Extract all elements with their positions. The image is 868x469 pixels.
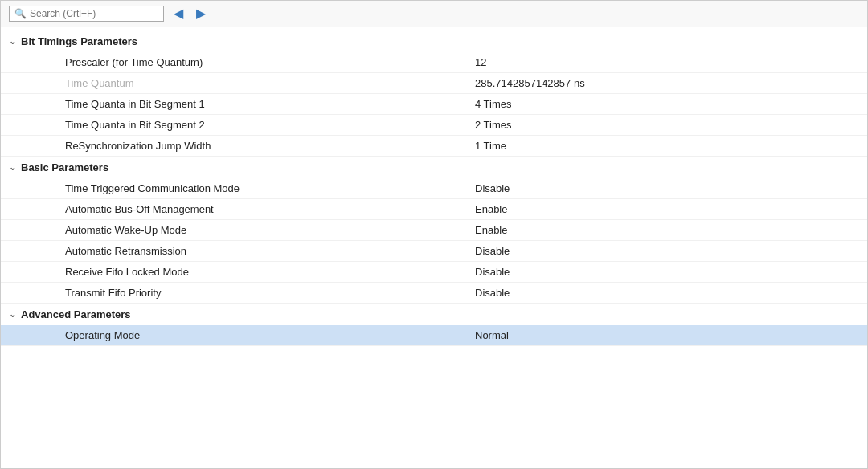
param-value-basic-params-1: Enable bbox=[467, 203, 867, 215]
section-header-bit-timings[interactable]: ⌄ Bit Timings Parameters bbox=[1, 31, 867, 52]
chevron-advanced-params-icon: ⌄ bbox=[9, 309, 16, 320]
param-row-bit-timings-2[interactable]: Time Quanta in Bit Segment 14 Times bbox=[1, 94, 867, 115]
next-button[interactable]: ▶ bbox=[193, 7, 209, 20]
param-value-bit-timings-4: 1 Time bbox=[467, 140, 867, 152]
param-row-basic-params-3[interactable]: Automatic RetransmissionDisable bbox=[1, 241, 867, 262]
section-label-basic-params: Basic Parameters bbox=[21, 161, 108, 173]
chevron-basic-params-icon: ⌄ bbox=[9, 162, 16, 173]
param-name-bit-timings-3: Time Quanta in Bit Segment 2 bbox=[1, 119, 467, 131]
param-name-basic-params-3: Automatic Retransmission bbox=[1, 245, 467, 257]
section-label-advanced-params: Advanced Parameters bbox=[21, 308, 131, 320]
param-row-bit-timings-4[interactable]: ReSynchronization Jump Width1 Time bbox=[1, 136, 867, 157]
section-header-basic-params[interactable]: ⌄ Basic Parameters bbox=[1, 157, 867, 178]
param-name-basic-params-2: Automatic Wake-Up Mode bbox=[1, 224, 467, 236]
param-row-advanced-params-0[interactable]: Operating ModeNormal bbox=[1, 325, 867, 346]
param-value-basic-params-0: Disable bbox=[467, 182, 867, 194]
param-name-basic-params-0: Time Triggered Communication Mode bbox=[1, 182, 467, 194]
param-value-bit-timings-0: 12 bbox=[467, 56, 867, 68]
params-content: ⌄ Bit Timings ParametersPrescaler (for T… bbox=[1, 27, 867, 468]
param-name-bit-timings-0: Prescaler (for Time Quantum) bbox=[1, 56, 467, 68]
search-wrapper: 🔍 bbox=[9, 6, 164, 22]
param-value-basic-params-3: Disable bbox=[467, 245, 867, 257]
param-value-bit-timings-2: 4 Times bbox=[467, 98, 867, 110]
param-name-basic-params-4: Receive Fifo Locked Mode bbox=[1, 266, 467, 278]
param-row-basic-params-4[interactable]: Receive Fifo Locked ModeDisable bbox=[1, 262, 867, 283]
search-input[interactable] bbox=[30, 8, 158, 19]
param-value-bit-timings-3: 2 Times bbox=[467, 119, 867, 131]
param-name-advanced-params-0: Operating Mode bbox=[1, 329, 467, 341]
param-name-bit-timings-4: ReSynchronization Jump Width bbox=[1, 140, 467, 152]
section-header-advanced-params[interactable]: ⌄ Advanced Parameters bbox=[1, 304, 867, 325]
main-container: 🔍 ◀ ▶ ⌄ Bit Timings ParametersPrescaler … bbox=[0, 0, 868, 469]
prev-button[interactable]: ◀ bbox=[170, 7, 186, 20]
param-name-basic-params-5: Transmit Fifo Priority bbox=[1, 287, 467, 299]
param-value-basic-params-5: Disable bbox=[467, 287, 867, 299]
search-icon: 🔍 bbox=[14, 8, 27, 19]
param-row-basic-params-1[interactable]: Automatic Bus-Off ManagementEnable bbox=[1, 199, 867, 220]
toolbar: 🔍 ◀ ▶ bbox=[1, 1, 867, 27]
param-value-basic-params-2: Enable bbox=[467, 224, 867, 236]
param-value-advanced-params-0: Normal bbox=[467, 329, 867, 341]
param-row-basic-params-0[interactable]: Time Triggered Communication ModeDisable bbox=[1, 178, 867, 199]
param-value-basic-params-4: Disable bbox=[467, 266, 867, 278]
param-row-bit-timings-0[interactable]: Prescaler (for Time Quantum)12 bbox=[1, 52, 867, 73]
param-row-bit-timings-1[interactable]: Time Quantum285.7142857142857 ns bbox=[1, 73, 867, 94]
param-row-basic-params-2[interactable]: Automatic Wake-Up ModeEnable bbox=[1, 220, 867, 241]
param-row-bit-timings-3[interactable]: Time Quanta in Bit Segment 22 Times bbox=[1, 115, 867, 136]
param-name-basic-params-1: Automatic Bus-Off Management bbox=[1, 203, 467, 215]
param-name-bit-timings-2: Time Quanta in Bit Segment 1 bbox=[1, 98, 467, 110]
section-label-bit-timings: Bit Timings Parameters bbox=[21, 35, 137, 47]
chevron-bit-timings-icon: ⌄ bbox=[9, 36, 16, 47]
param-value-bit-timings-1: 285.7142857142857 ns bbox=[467, 77, 867, 89]
param-name-bit-timings-1: Time Quantum bbox=[1, 77, 467, 89]
param-row-basic-params-5[interactable]: Transmit Fifo PriorityDisable bbox=[1, 283, 867, 304]
